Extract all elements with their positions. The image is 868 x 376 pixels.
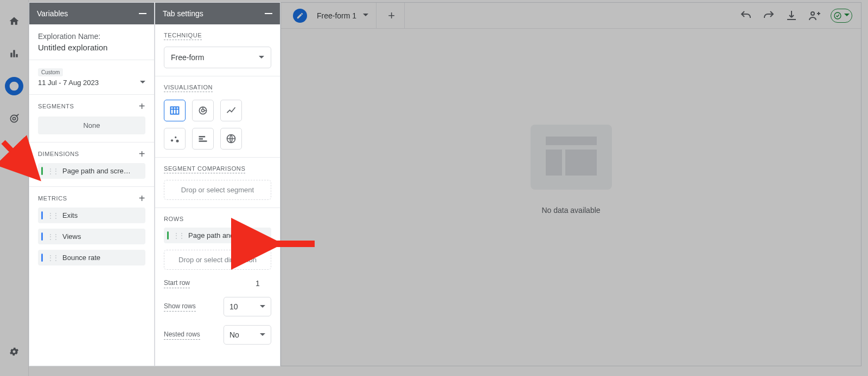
tab-settings-panel: Tab settings TECHNIQUE Free-form VISUALI… — [155, 2, 280, 366]
download-icon — [785, 9, 798, 22]
viz-geo[interactable] — [220, 128, 242, 150]
chevron-down-icon — [844, 14, 850, 19]
drag-handle-icon: ⋮⋮ — [47, 212, 58, 219]
svg-rect-12 — [199, 136, 206, 138]
svg-rect-1 — [13, 50, 15, 57]
segments-label: SEGMENTS — [38, 103, 74, 109]
hbar-icon — [197, 133, 208, 144]
line-icon — [226, 105, 237, 116]
viz-donut[interactable] — [192, 100, 214, 121]
rail-home[interactable] — [5, 12, 23, 30]
gear-icon — [9, 346, 20, 357]
metric-chip[interactable]: ⋮⋮ Views — [38, 229, 145, 244]
download-button[interactable] — [785, 9, 798, 22]
side-rail — [0, 0, 29, 376]
table-icon — [169, 105, 180, 116]
variables-panel: Variables Exploration Name: Untitled exp… — [29, 2, 155, 366]
pencil-icon — [296, 12, 304, 20]
chevron-down-icon — [140, 81, 145, 86]
svg-point-9 — [171, 139, 173, 141]
nested-rows-value: No — [229, 330, 239, 339]
rows-label: ROWS — [164, 216, 184, 222]
segment-drop-slot[interactable]: Drop or select segment — [164, 180, 271, 200]
drag-handle-icon: ⋮⋮ — [47, 254, 58, 262]
add-segment-button[interactable]: + — [139, 102, 145, 110]
svg-rect-14 — [199, 140, 207, 142]
segments-none-chip: None — [38, 116, 145, 134]
viz-line[interactable] — [220, 100, 242, 121]
start-row-label: Start row — [164, 279, 190, 288]
svg-rect-0 — [10, 53, 12, 57]
rows-drop-slot[interactable]: Drop or select dimension — [164, 250, 271, 270]
empty-state-text: No data available — [531, 206, 612, 215]
tab-settings-title: Tab settings — [163, 9, 203, 18]
metric-chip[interactable]: ⋮⋮ Exits — [38, 208, 145, 223]
metrics-label: METRICS — [38, 195, 67, 202]
collapse-icon[interactable] — [139, 13, 146, 14]
technique-label: TECHNIQUE — [164, 32, 202, 40]
chevron-down-icon — [260, 333, 265, 339]
svg-point-17 — [834, 12, 841, 19]
collapse-icon[interactable] — [265, 13, 272, 14]
drag-handle-icon: ⋮⋮ — [47, 233, 58, 241]
donut-icon — [197, 105, 208, 116]
metric-chip-label: Exits — [62, 211, 140, 219]
dimension-chip-label: Page path and scre… — [62, 167, 140, 175]
undo-button[interactable] — [739, 9, 752, 22]
date-range-picker[interactable]: 11 Jul - 7 Aug 2023 — [38, 79, 145, 87]
metric-chip-label: Bounce rate — [62, 254, 140, 262]
variables-panel-title: Variables — [37, 9, 68, 18]
drag-handle-icon: ⋮⋮ — [47, 167, 58, 175]
status-button[interactable] — [831, 9, 852, 23]
show-rows-value: 10 — [229, 302, 238, 311]
svg-point-8 — [202, 109, 205, 112]
svg-point-11 — [176, 140, 179, 142]
add-tab-button[interactable]: + — [379, 3, 405, 29]
show-rows-label: Show rows — [164, 302, 196, 312]
canvas: Free-form 1 + No data available — [280, 2, 861, 366]
svg-point-10 — [175, 137, 176, 138]
rail-reports[interactable] — [5, 44, 23, 63]
add-dimension-button[interactable]: + — [139, 150, 145, 158]
undo-icon — [739, 9, 752, 22]
rows-chip-label: Page path and scre… — [188, 231, 266, 239]
person-add-icon — [808, 9, 821, 22]
viz-bar[interactable] — [192, 128, 214, 150]
technique-select[interactable]: Free-form — [164, 47, 271, 68]
redo-button[interactable] — [762, 9, 775, 22]
share-button[interactable] — [808, 9, 821, 22]
redo-icon — [762, 9, 775, 22]
viz-table[interactable] — [164, 100, 186, 121]
globe-icon — [226, 133, 237, 144]
metric-chip[interactable]: ⋮⋮ Bounce rate — [38, 250, 145, 265]
chevron-down-icon — [259, 56, 264, 61]
canvas-tab[interactable]: Free-form 1 — [285, 3, 376, 29]
nested-rows-select[interactable]: No — [224, 325, 271, 345]
dimension-chip[interactable]: ⋮⋮ Page path and scre… — [38, 163, 145, 179]
date-range-value: 11 Jul - 7 Aug 2023 — [38, 79, 99, 87]
svg-point-16 — [811, 12, 814, 15]
rail-explore[interactable] — [5, 77, 23, 95]
target-icon — [9, 113, 20, 124]
exploration-name-value[interactable]: Untitled exploration — [38, 43, 145, 52]
variables-panel-header: Variables — [29, 3, 154, 24]
exploration-name-label: Exploration Name: — [38, 32, 145, 41]
rows-chip[interactable]: ⋮⋮ Page path and scre… — [164, 228, 271, 243]
viz-scatter[interactable] — [164, 128, 186, 150]
drag-handle-icon: ⋮⋮ — [173, 232, 184, 239]
start-row-input[interactable] — [244, 278, 271, 288]
show-rows-select[interactable]: 10 — [224, 297, 271, 316]
svg-rect-13 — [199, 138, 203, 139]
metric-chip-label: Views — [62, 232, 140, 241]
add-metric-button[interactable]: + — [139, 195, 145, 202]
date-preset-badge: Custom — [38, 68, 63, 76]
empty-state: No data available — [531, 125, 612, 215]
bar-chart-icon — [9, 48, 20, 59]
edit-badge — [293, 9, 307, 23]
rail-admin[interactable] — [5, 342, 23, 361]
rail-advertising[interactable] — [5, 109, 23, 128]
check-circle-icon — [833, 11, 842, 20]
explore-icon — [9, 81, 20, 92]
visualisation-label: VISUALISATION — [164, 84, 213, 92]
home-icon — [9, 16, 20, 27]
